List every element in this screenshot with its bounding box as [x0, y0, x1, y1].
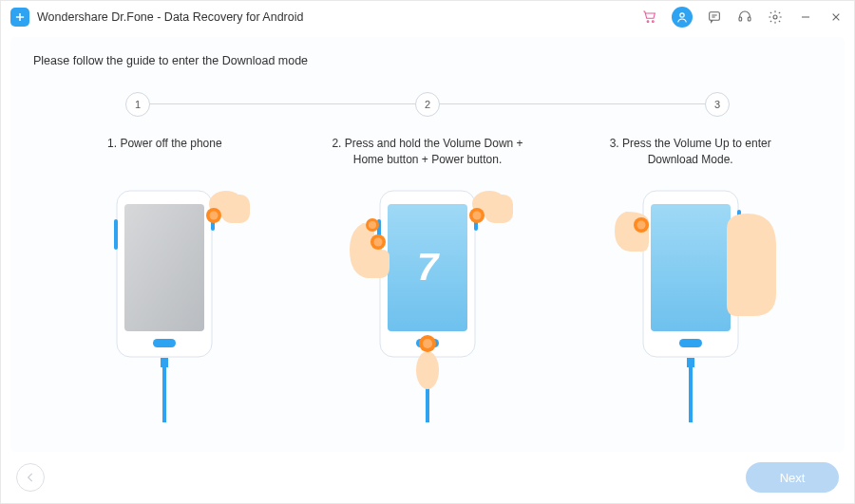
svg-point-10 — [773, 15, 777, 19]
svg-rect-5 — [710, 12, 720, 21]
cart-icon[interactable] — [641, 9, 658, 26]
svg-point-4 — [680, 13, 684, 17]
support-icon[interactable] — [736, 9, 753, 26]
settings-icon[interactable] — [767, 9, 784, 26]
svg-point-51 — [636, 221, 645, 230]
svg-rect-22 — [221, 195, 250, 223]
next-button[interactable]: Next — [746, 462, 839, 493]
app-title: Wondershare Dr.Fone - Data Recovery for … — [37, 10, 303, 24]
svg-point-24 — [210, 212, 218, 220]
svg-rect-20 — [162, 367, 166, 422]
main-panel: Please follow the guide to enter the Dow… — [10, 37, 845, 452]
progress-step-1: 1 — [125, 92, 150, 117]
step-2-illustration: 7 — [342, 185, 513, 422]
svg-rect-16 — [153, 339, 176, 347]
svg-point-35 — [473, 212, 482, 220]
step-3: 3. Press the Volume Up to enter Download… — [568, 136, 812, 422]
svg-point-40 — [416, 351, 439, 389]
svg-rect-48 — [687, 358, 694, 367]
step-2-caption: 2. Press and hold the Volume Down + Home… — [328, 136, 527, 179]
svg-rect-44 — [651, 204, 731, 331]
svg-point-39 — [369, 221, 376, 229]
svg-rect-49 — [689, 367, 693, 422]
progress-step-3: 3 — [705, 92, 730, 117]
footer: Next — [1, 452, 854, 503]
step-1-caption: 1. Power off the phone — [107, 136, 222, 179]
guide-text: Please follow the guide to enter the Dow… — [33, 54, 822, 67]
close-icon[interactable] — [827, 9, 845, 26]
window-icons — [641, 7, 845, 28]
step-1: 1. Power off the phone — [43, 136, 287, 422]
svg-rect-45 — [679, 339, 702, 347]
step-3-illustration — [605, 185, 776, 422]
svg-point-2 — [647, 21, 649, 23]
svg-rect-9 — [748, 17, 750, 21]
svg-rect-8 — [739, 17, 742, 21]
svg-rect-33 — [484, 195, 513, 223]
step-3-caption: 3. Press the Volume Up to enter Download… — [591, 136, 790, 179]
minimize-icon[interactable] — [797, 9, 814, 26]
countdown-text: 7 — [417, 246, 440, 288]
steps-container: 1. Power off the phone — [43, 136, 812, 422]
titlebar: Wondershare Dr.Fone - Data Recovery for … — [1, 1, 854, 33]
account-icon[interactable] — [672, 7, 693, 28]
svg-point-42 — [423, 339, 432, 348]
svg-rect-19 — [161, 358, 168, 367]
svg-rect-15 — [124, 204, 204, 331]
svg-point-3 — [652, 21, 654, 23]
app-logo — [10, 8, 29, 27]
progress-tracker: 1 2 3 — [81, 92, 774, 117]
feedback-icon[interactable] — [706, 9, 723, 26]
progress-step-2: 2 — [415, 92, 440, 117]
svg-rect-18 — [114, 219, 118, 250]
back-button[interactable] — [16, 463, 45, 492]
step-1-illustration — [79, 185, 250, 422]
svg-point-37 — [374, 238, 383, 247]
step-2: 2. Press and hold the Volume Down + Home… — [306, 136, 550, 422]
